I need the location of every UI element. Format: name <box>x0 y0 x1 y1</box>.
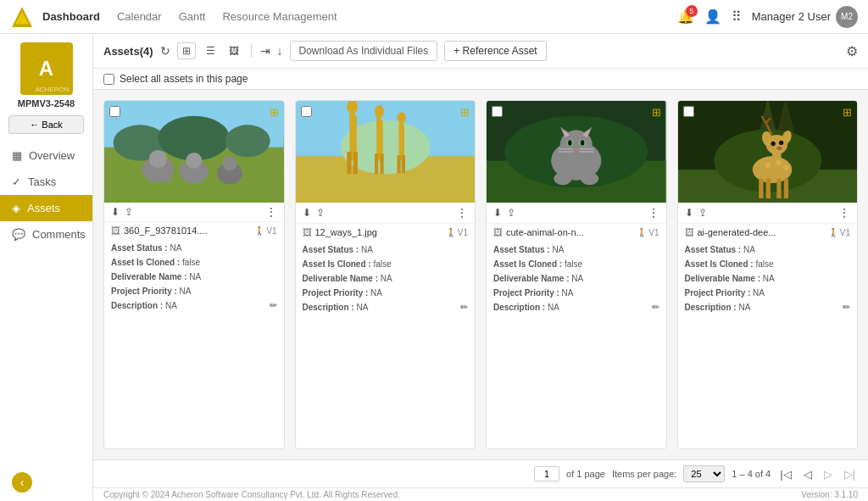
grid-menu-button[interactable]: ⠿ <box>732 8 742 25</box>
svg-rect-78 <box>765 179 770 198</box>
svg-point-60 <box>581 172 598 185</box>
settings-gear-button[interactable]: ⚙ <box>846 43 858 59</box>
svg-rect-15 <box>187 173 191 183</box>
download-as-individual-button[interactable]: Download As Individual Files <box>290 41 438 61</box>
svg-rect-77 <box>759 179 763 198</box>
asset-1-file-icon: 🖼 <box>111 225 120 236</box>
asset-2-thumbnail <box>296 101 476 203</box>
asset-3-filename: cute-animal-on-n... <box>506 227 633 237</box>
asset-3-download-btn[interactable]: ⬇ <box>493 207 502 219</box>
asset-2-more-btn[interactable]: ⋮ <box>456 206 468 220</box>
svg-rect-10 <box>156 171 159 182</box>
svg-rect-17 <box>198 173 202 183</box>
asset-2-edit-desc-btn[interactable]: ✏ <box>460 302 468 313</box>
svg-point-82 <box>776 160 781 165</box>
sidebar-toggle-button[interactable]: ‹ <box>12 472 32 493</box>
svg-point-38 <box>397 112 406 123</box>
list-view-button[interactable]: ☰ <box>203 43 219 58</box>
page-number-input[interactable] <box>534 466 559 482</box>
asset-3-file-icon: 🖼 <box>493 227 503 237</box>
svg-point-76 <box>776 147 782 150</box>
asset-1-thumbnail <box>104 101 284 203</box>
svg-rect-12 <box>167 171 170 182</box>
logo <box>10 5 34 29</box>
svg-point-53 <box>581 140 584 145</box>
asset-3-checkbox[interactable] <box>492 106 503 117</box>
last-page-button[interactable]: ▷| <box>842 466 858 482</box>
asset-card-4: ⊞ <box>677 100 859 449</box>
sidebar-item-label-comments: Comments <box>32 228 86 241</box>
asset-4-file-icon: 🖼 <box>685 227 694 237</box>
nav-gantt[interactable]: Gantt <box>179 10 206 23</box>
asset-card-1: ⊞ <box>103 100 285 449</box>
image-view-button[interactable]: 🖼 <box>225 43 242 58</box>
asset-2-meta: Asset Status : NA Asset Is Cloned : fals… <box>296 241 476 318</box>
first-page-button[interactable]: |◁ <box>777 466 793 482</box>
svg-point-81 <box>765 163 770 168</box>
sidebar-item-label-assets: Assets <box>27 202 60 214</box>
reference-asset-button[interactable]: + Reference Asset <box>444 41 546 61</box>
version-label: Version: 3.1.10 <box>801 490 858 499</box>
assets-title: Assets(4) <box>103 45 153 58</box>
items-per-page-select[interactable]: 25 50 100 <box>683 465 725 482</box>
asset-1-share-btn[interactable]: ⇪ <box>125 206 133 218</box>
select-all-row: Select all assets in this page <box>93 69 868 90</box>
asset-1-meta: Asset Status : NA Asset Is Cloned : fals… <box>104 239 284 316</box>
asset-1-download-btn[interactable]: ⬇ <box>111 206 120 218</box>
svg-point-14 <box>186 153 202 169</box>
asset-4-checkbox[interactable] <box>683 106 694 117</box>
asset-4-share-btn[interactable]: ⇪ <box>698 207 707 219</box>
project-id: MPMV3-2548 <box>0 98 92 109</box>
asset-card-3: ⊞ <box>486 100 667 449</box>
asset-1-edit-desc-btn[interactable]: ✏ <box>270 300 277 311</box>
svg-point-6 <box>225 125 270 157</box>
grid-view-button[interactable]: ⊞ <box>177 42 196 59</box>
asset-4-corner-icon: ⊞ <box>843 106 852 119</box>
select-all-label: Select all assets in this page <box>120 73 248 85</box>
asset-3-more-btn[interactable]: ⋮ <box>648 206 659 220</box>
svg-rect-39 <box>397 155 400 173</box>
asset-3-edit-desc-btn[interactable]: ✏ <box>652 302 659 313</box>
svg-rect-40 <box>401 155 404 173</box>
notification-bell-button[interactable]: 🔔 5 <box>677 8 694 25</box>
asset-3-share-btn[interactable]: ⇪ <box>507 207 515 219</box>
prev-page-button[interactable]: ◁ <box>801 466 815 482</box>
asset-2-share-btn[interactable]: ⇪ <box>316 207 325 219</box>
sidebar-item-comments[interactable]: 💬 Comments <box>0 221 92 248</box>
svg-rect-29 <box>347 152 351 174</box>
asset-3-thumbnail <box>487 101 666 203</box>
download-arrow-button[interactable]: ↓ <box>277 44 283 58</box>
back-button[interactable]: ← Back <box>8 115 84 134</box>
refresh-button[interactable]: ↻ <box>160 44 170 58</box>
of-page-label: of 1 page <box>566 469 605 479</box>
asset-2-download-btn[interactable]: ⬇ <box>303 207 311 219</box>
asset-card-2: ⊞ <box>295 100 476 449</box>
svg-point-83 <box>782 165 787 170</box>
svg-point-59 <box>554 172 571 185</box>
asset-4-download-btn[interactable]: ⬇ <box>685 207 693 219</box>
next-page-button[interactable]: ▷ <box>821 466 835 482</box>
sidebar-item-assets[interactable]: ◈ Assets <box>0 195 92 221</box>
share-button[interactable]: ⇥ <box>260 44 270 58</box>
items-per-page-label: Items per page: <box>612 469 676 479</box>
asset-1-more-btn[interactable]: ⋮ <box>265 206 277 218</box>
asset-4-filename: ai-generated-dee... <box>698 227 825 237</box>
asset-1-filename: 360_F_93781014.... <box>124 225 251 236</box>
svg-rect-79 <box>776 179 781 198</box>
sidebar-item-tasks[interactable]: ✓ Tasks <box>0 169 92 195</box>
profile-icon-button[interactable]: 👤 <box>704 8 721 25</box>
sidebar-item-overview[interactable]: ▦ Overview <box>0 142 92 169</box>
overview-icon: ▦ <box>12 149 22 162</box>
asset-1-corner-icon: ⊞ <box>270 106 279 119</box>
asset-1-checkbox[interactable] <box>109 106 120 117</box>
comments-icon: 💬 <box>12 228 25 241</box>
nav-dashboard[interactable]: Dashboard <box>42 10 100 23</box>
asset-4-more-btn[interactable]: ⋮ <box>838 206 850 220</box>
asset-2-checkbox[interactable] <box>301 106 312 117</box>
select-all-checkbox[interactable] <box>103 74 114 85</box>
asset-2-corner-icon: ⊞ <box>460 106 470 119</box>
toolbar-separator <box>251 44 252 58</box>
nav-resource-management[interactable]: Resource Management <box>222 10 337 23</box>
nav-calendar[interactable]: Calendar <box>117 10 162 23</box>
asset-4-edit-desc-btn[interactable]: ✏ <box>843 302 850 313</box>
